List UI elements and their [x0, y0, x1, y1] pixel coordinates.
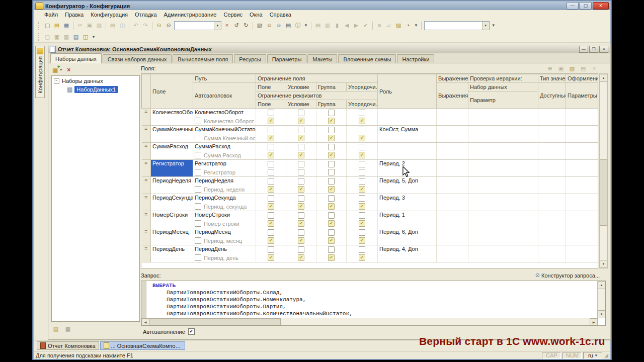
column-header-role[interactable]: Роль	[378, 74, 437, 109]
menu-item-7[interactable]: Справка	[266, 11, 295, 19]
field-role-cell[interactable]	[378, 143, 437, 160]
attr-restriction-cell[interactable]: ✔	[347, 220, 378, 228]
column-header-field-restriction[interactable]: Ограничение поля	[256, 74, 378, 83]
field-expression-cell[interactable]	[437, 245, 468, 262]
checkbox-unchecked[interactable]	[359, 169, 365, 175]
field-autotitle-cell[interactable]: Регистратор	[193, 168, 256, 177]
field-appearance-cell[interactable]	[566, 194, 598, 211]
attr-restriction-cell[interactable]: ✔	[347, 117, 378, 126]
scroll-left-icon[interactable]: ◀	[141, 318, 149, 325]
window-icon[interactable]: ▢	[43, 33, 52, 41]
column-header-sub-order[interactable]: Упорядочи...	[347, 100, 378, 109]
field-hierarchy-cell[interactable]	[468, 211, 538, 228]
field-autotitle-cell[interactable]: Номер строки	[193, 220, 256, 228]
checkbox-unchecked[interactable]	[298, 212, 304, 219]
field-appearance-cell[interactable]	[566, 126, 598, 143]
attr-restriction-cell[interactable]: ✔	[256, 117, 286, 126]
menu-item-3[interactable]: Отладка	[131, 11, 160, 19]
database-icon[interactable]: ▦	[62, 33, 71, 41]
row-grip[interactable]: =	[142, 109, 151, 126]
title-bar[interactable]: Конфигуратор - Конфигурация — ▢ ×	[34, 2, 610, 10]
field-path-cell[interactable]: ПериодМесяц	[193, 228, 256, 237]
autotitle-checkbox[interactable]	[195, 186, 201, 193]
checkbox-unchecked[interactable]	[328, 127, 335, 133]
next-bookmark-icon[interactable]: ▶	[352, 22, 361, 30]
checkbox-checked[interactable]: ✔	[359, 220, 365, 227]
column-header-edit-params[interactable]: Параметры редактиров...	[566, 83, 598, 109]
column-header-path[interactable]: Путь	[193, 74, 256, 83]
attr-restriction-cell[interactable]: ✔	[256, 220, 286, 228]
print-preview-icon[interactable]: ◫	[118, 22, 127, 30]
field-restriction-cell[interactable]	[316, 143, 347, 152]
checkbox-unchecked[interactable]	[268, 161, 274, 167]
add-folder-icon[interactable]: ▧	[568, 64, 577, 72]
scrollbar-thumb[interactable]	[600, 159, 607, 226]
child-close-button[interactable]: ×	[599, 46, 608, 53]
field-autotitle-cell[interactable]: Количество Оборот	[193, 117, 256, 126]
attr-restriction-cell[interactable]	[347, 168, 378, 177]
field-restriction-cell[interactable]	[256, 143, 286, 152]
menu-item-1[interactable]: Правка	[61, 11, 87, 19]
checkbox-unchecked[interactable]	[298, 161, 304, 167]
checkbox-unchecked[interactable]	[328, 169, 335, 175]
scroll-up-icon[interactable]: ▲	[598, 281, 605, 289]
column-header-available-values[interactable]: Доступные значения	[538, 83, 566, 109]
menu-item-4[interactable]: Администрирование	[160, 11, 220, 19]
field-expression-cell[interactable]	[437, 177, 468, 194]
maximize-button[interactable]: ▢	[580, 2, 592, 10]
field-appearance-cell[interactable]	[566, 109, 598, 126]
table-view-icon[interactable]: ▤	[71, 33, 80, 41]
checkbox-unchecked[interactable]	[268, 110, 274, 116]
field-restriction-cell[interactable]	[256, 245, 286, 254]
datasets-tree-root[interactable]: − Наборы данных	[53, 77, 138, 84]
column-header-parameter[interactable]: Параметр	[468, 92, 538, 109]
checkbox-checked[interactable]: ✔	[298, 237, 304, 244]
field-restriction-cell[interactable]	[316, 126, 347, 135]
column-header-sub-order[interactable]: Упорядочи...	[347, 83, 378, 92]
field-autotitle-cell[interactable]: Период, день	[193, 254, 256, 262]
fields-table-scrollbar[interactable]: ▲ ▼	[599, 73, 608, 268]
collapse-icon[interactable]: −	[54, 78, 59, 84]
minimize-button[interactable]: —	[567, 2, 579, 10]
field-name-cell[interactable]: СуммаКонечный...	[151, 126, 193, 143]
info-dropdown-icon[interactable]: ▼	[303, 23, 309, 28]
child-title-bar[interactable]: Отчет Компоновка: ОсновнаяСхемаКомпоновк…	[48, 45, 610, 53]
field-hierarchy-cell[interactable]	[468, 228, 538, 245]
field-restriction-cell[interactable]	[316, 177, 347, 186]
field-role-cell[interactable]: Период, 1	[378, 211, 437, 228]
attr-restriction-cell[interactable]: ✔	[286, 220, 316, 228]
tab-6[interactable]: Вложенные схемы	[338, 54, 396, 63]
field-restriction-cell[interactable]	[256, 211, 286, 220]
field-expression-cell[interactable]	[437, 126, 468, 143]
field-expression-cell[interactable]	[437, 228, 468, 245]
autotitle-checkbox[interactable]	[195, 152, 201, 158]
field-name-cell[interactable]: КоличествоОбор...	[151, 109, 193, 126]
checkbox-checked[interactable]: ✔	[328, 254, 335, 261]
field-path-cell[interactable]: НомерСтроки	[193, 211, 256, 220]
attr-restriction-cell[interactable]: ✔	[256, 134, 286, 143]
attr-restriction-cell[interactable]: ✔	[316, 186, 347, 194]
module-check-icon[interactable]: ▨	[394, 22, 403, 30]
field-restriction-cell[interactable]	[256, 160, 286, 169]
add-dataset-button[interactable]: ▦+ ▼	[52, 66, 62, 73]
checkbox-checked[interactable]: ✔	[298, 118, 304, 124]
tab-7[interactable]: Настройки	[397, 54, 434, 63]
autotitle-checkbox[interactable]	[195, 254, 201, 261]
checkbox-unchecked[interactable]	[359, 195, 365, 202]
dataset-item[interactable]: ▦ НаборДанных1	[67, 86, 138, 93]
copy-icon[interactable]: ▣	[85, 22, 94, 30]
column-header-dataset[interactable]: Набор данных	[468, 83, 538, 92]
checkbox-checked[interactable]: ✔	[298, 254, 304, 261]
configuration-panel-tab[interactable]: Конфигурация	[35, 46, 45, 98]
field-name-cell[interactable]: ПериодСекунда	[151, 194, 193, 211]
column-header-hierarchy-check[interactable]: Проверка иерархии:	[468, 74, 538, 83]
column-header-sub-condition[interactable]: Условие	[286, 83, 316, 92]
tab-5[interactable]: Макеты	[307, 54, 337, 63]
field-path-cell[interactable]: СуммаКонечныйОстаток	[193, 126, 256, 135]
attr-restriction-cell[interactable]: ✔	[256, 186, 286, 194]
field-restriction-cell[interactable]	[256, 228, 286, 237]
checkbox-unchecked[interactable]	[328, 161, 335, 167]
datasets-tree[interactable]: − Наборы данных ▦ НаборДанных1	[51, 75, 140, 322]
attr-restriction-cell[interactable]: ✔	[347, 254, 378, 262]
attr-restriction-cell[interactable]: ✔	[316, 237, 347, 245]
